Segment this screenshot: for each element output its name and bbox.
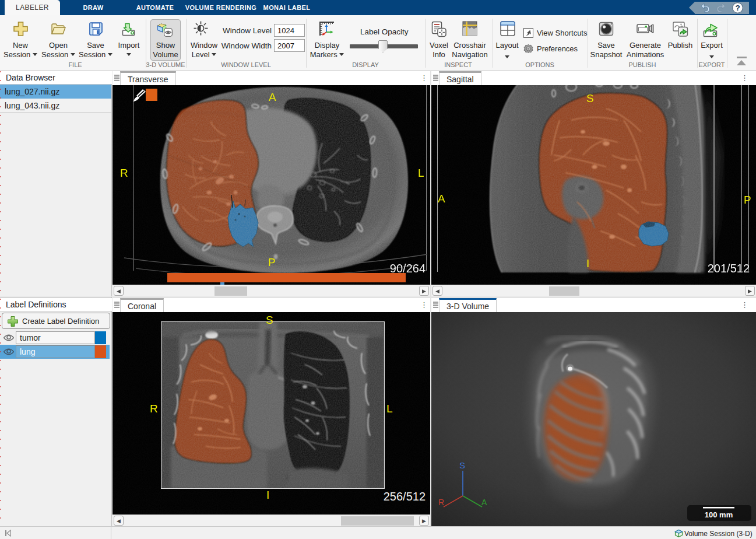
svg-text:100 mm: 100 mm (705, 510, 733, 519)
svg-text:?: ? (735, 4, 740, 12)
